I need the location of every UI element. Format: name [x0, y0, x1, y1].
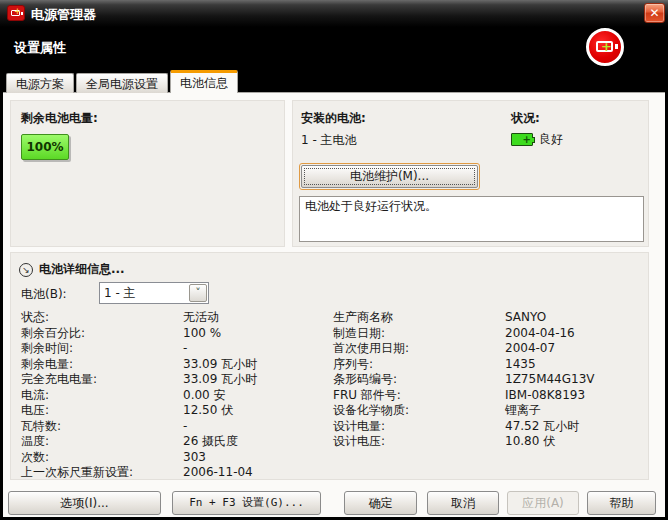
detail-label: 上一次标尺重新设置: — [21, 465, 183, 481]
battery-details-panel: ↘ 电池详细信息... 电池(B): 1 - 主 ˅ 状态: 无活动 剩余百分比… — [10, 252, 649, 480]
detail-value: 303 — [183, 450, 326, 466]
power-manager-window: + 电源管理器 ✕ 设置属性 + 电源方案 全局电源设置 电池信息 剩余电池电量… — [0, 0, 668, 520]
detail-value: 12.50 伏 — [183, 403, 326, 419]
condition-value: 良好 — [539, 131, 563, 148]
detail-row: 剩余时间: - — [21, 341, 326, 357]
chevron-down-icon[interactable]: ˅ — [189, 284, 207, 302]
details-column-right: 生产商名称 SANYO 制造日期: 2004-04-16 首次使用日期: 200… — [333, 310, 645, 450]
detail-row: 次数: 303 — [21, 450, 326, 466]
battery-status-icon: + — [586, 28, 624, 66]
page-title: 设置属性 — [14, 39, 66, 57]
detail-row: 设计电压: 10.80 伏 — [333, 434, 645, 450]
battery-nub — [532, 137, 535, 143]
condition-row: + 良好 — [511, 131, 563, 148]
ok-button[interactable]: 确定 — [344, 491, 417, 515]
plus-glyph: + — [14, 8, 21, 16]
detail-value: 锂离子 — [505, 403, 645, 419]
tab-battery-information[interactable]: 电池信息 — [170, 70, 238, 93]
detail-row: 完全充电电量: 33.09 瓦小时 — [21, 372, 326, 388]
detail-label: 条形码编号: — [333, 372, 505, 388]
detail-value: 无活动 — [183, 310, 326, 326]
installed-batteries-panel: 安装的电池: 1 - 主电池 状况: + 良好 电池维护(M)... 电池处于良… — [292, 100, 649, 247]
collapse-arrow-icon[interactable]: ↘ — [19, 263, 33, 277]
detail-row: 温度: 26 摄氏度 — [21, 434, 326, 450]
cancel-button[interactable]: 取消 — [427, 491, 499, 515]
detail-row: 剩余百分比: 100 % — [21, 326, 326, 342]
detail-row: 条形码编号: 1Z75M44G13V — [333, 372, 645, 388]
detail-row: 上一次标尺重新设置: 2006-11-04 — [21, 465, 326, 481]
detail-row: 瓦特数: - — [21, 419, 326, 435]
detail-label: 设备化学物质: — [333, 403, 505, 419]
detail-value: 2006-11-04 — [183, 465, 326, 481]
detail-label: 电压: — [21, 403, 183, 419]
detail-value: IBM-08K8193 — [505, 388, 645, 404]
detail-value: SANYO — [505, 310, 645, 326]
detail-row: FRU 部件号: IBM-08K8193 — [333, 388, 645, 404]
tab-page-battery-info: 剩余电池电量: 100% 安装的电池: 1 - 主电池 状况: + 良好 电池维… — [3, 92, 665, 517]
battery-status-textbox: 电池处于良好运行状况。 — [299, 196, 644, 242]
details-section-header[interactable]: ↘ 电池详细信息... — [19, 261, 125, 278]
good-battery-icon: + — [511, 133, 533, 146]
detail-label: 设计电量: — [333, 419, 505, 435]
detail-value: 33.09 瓦小时 — [183, 372, 326, 388]
detail-value: - — [183, 341, 326, 357]
detail-value: 1Z75M44G13V — [505, 372, 645, 388]
detail-label: 瓦特数: — [21, 419, 183, 435]
tab-global-power-settings[interactable]: 全局电源设置 — [76, 73, 168, 93]
details-section-title: 电池详细信息... — [39, 261, 125, 278]
detail-value: 47.52 瓦小时 — [505, 419, 645, 435]
detail-row: 序列号: 1435 — [333, 357, 645, 373]
options-button[interactable]: 选项(I)... — [8, 491, 161, 515]
installed-batteries-label: 安装的电池: — [301, 110, 366, 127]
detail-value: 2004-07 — [505, 341, 645, 357]
detail-label: 剩余电量: — [21, 357, 183, 373]
plus-glyph: + — [601, 40, 612, 53]
tab-power-schemes[interactable]: 电源方案 — [6, 73, 74, 93]
detail-row: 状态: 无活动 — [21, 310, 326, 326]
combobox-value: 1 - 主 — [100, 283, 189, 303]
window-header: + 电源管理器 ✕ 设置属性 + — [0, 0, 668, 72]
detail-label: 序列号: — [333, 357, 505, 373]
battery-select-combobox[interactable]: 1 - 主 ˅ — [99, 282, 209, 304]
detail-row: 设备化学物质: 锂离子 — [333, 403, 645, 419]
detail-label: 剩余百分比: — [21, 326, 183, 342]
battery-nub — [21, 12, 23, 15]
window-title: 电源管理器 — [31, 6, 96, 24]
remaining-charge-panel: 剩余电池电量: 100% — [10, 100, 285, 247]
detail-value: 0.00 安 — [183, 388, 326, 404]
detail-value: 10.80 伏 — [505, 434, 645, 450]
condition-label: 状况: — [511, 110, 540, 127]
fn-f3-settings-button[interactable]: Fn + F3 设置(G)... — [172, 491, 321, 515]
detail-value: 1435 — [505, 357, 645, 373]
battery-app-icon: + — [7, 5, 25, 21]
detail-row: 首次使用日期: 2004-07 — [333, 341, 645, 357]
detail-label: 制造日期: — [333, 326, 505, 342]
detail-value: 2004-04-16 — [505, 326, 645, 342]
detail-row: 电流: 0.00 安 — [21, 388, 326, 404]
battery-select-label: 电池(B): — [21, 286, 67, 303]
titlebar: + 电源管理器 ✕ — [0, 0, 668, 27]
installed-batteries-value: 1 - 主电池 — [301, 132, 357, 149]
plus-glyph: + — [523, 133, 531, 146]
remaining-charge-label: 剩余电池电量: — [21, 110, 98, 127]
detail-label: 次数: — [21, 450, 183, 466]
detail-row: 剩余电量: 33.09 瓦小时 — [21, 357, 326, 373]
detail-row: 电压: 12.50 伏 — [21, 403, 326, 419]
battery-nub — [615, 44, 618, 49]
apply-button-disabled: 应用(A) — [507, 491, 579, 515]
maintenance-button-focus-ring: 电池维护(M)... — [299, 163, 480, 190]
battery-maintenance-button[interactable]: 电池维护(M)... — [301, 165, 478, 188]
detail-label: 剩余时间: — [21, 341, 183, 357]
detail-label: 状态: — [21, 310, 183, 326]
detail-label: 电流: — [21, 388, 183, 404]
detail-row: 制造日期: 2004-04-16 — [333, 326, 645, 342]
detail-label: 生产商名称 — [333, 310, 505, 326]
detail-row: 生产商名称 SANYO — [333, 310, 645, 326]
detail-value: 26 摄氏度 — [183, 434, 326, 450]
detail-label: 温度: — [21, 434, 183, 450]
help-button[interactable]: 帮助 — [587, 491, 656, 515]
close-button[interactable]: ✕ — [644, 3, 665, 23]
detail-value: 33.09 瓦小时 — [183, 357, 326, 373]
tab-bar: 电源方案 全局电源设置 电池信息 — [6, 70, 240, 93]
detail-label: 首次使用日期: — [333, 341, 505, 357]
